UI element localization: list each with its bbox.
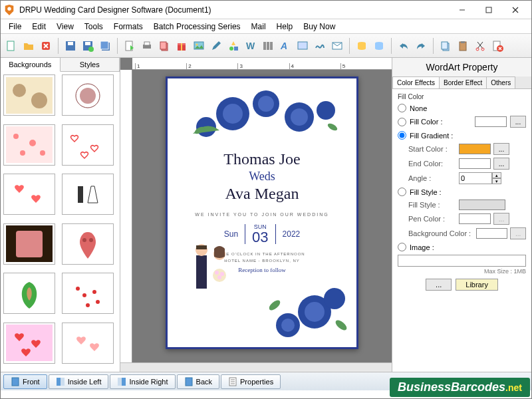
minimize-button[interactable] xyxy=(449,1,475,19)
save-icon[interactable] xyxy=(63,38,78,54)
svg-rect-59 xyxy=(65,176,111,213)
tab-properties[interactable]: Properties xyxy=(221,374,281,389)
angle-up[interactable]: ▴ xyxy=(492,172,501,178)
pen-icon[interactable] xyxy=(208,38,224,54)
bg-thumb[interactable] xyxy=(3,323,55,364)
day-num: 03 xyxy=(252,230,268,245)
svg-rect-10 xyxy=(85,42,90,45)
svg-point-69 xyxy=(82,293,86,297)
clipart-icon[interactable] xyxy=(295,38,311,54)
save-as-icon[interactable] xyxy=(80,38,96,54)
radio-image[interactable]: Image : xyxy=(398,243,526,251)
wedding-card[interactable]: Thomas Joe Weds Ava Megan WE INVITE YOU … xyxy=(166,76,358,349)
tab-styles[interactable]: Styles xyxy=(61,58,120,71)
tab-front[interactable]: Front xyxy=(3,374,47,389)
wordart-icon[interactable]: A xyxy=(277,38,293,54)
maximize-button[interactable] xyxy=(475,1,502,19)
tab-inside-left[interactable]: Inside Left xyxy=(49,374,109,389)
svg-point-91 xyxy=(220,272,224,276)
tab-inside-right[interactable]: Inside Right xyxy=(110,374,175,389)
background-thumbnails xyxy=(1,72,120,372)
end-color-swatch[interactable] xyxy=(459,158,491,169)
tab-border-effect[interactable]: Border Effect xyxy=(439,76,487,88)
close-button[interactable] xyxy=(502,1,529,19)
radio-fill-style[interactable]: Fill Style : xyxy=(398,188,526,196)
menu-edit[interactable]: Edit xyxy=(27,21,51,33)
weds-text[interactable]: Weds xyxy=(173,170,351,184)
svg-point-51 xyxy=(80,88,96,104)
db-icon[interactable] xyxy=(354,38,370,54)
menu-view[interactable]: View xyxy=(51,21,79,33)
angle-down[interactable]: ▾ xyxy=(492,178,501,184)
bg-thumb[interactable] xyxy=(62,74,114,116)
gift-icon[interactable] xyxy=(174,38,190,54)
copy-icon[interactable] xyxy=(156,38,172,54)
menu-buy[interactable]: Buy Now xyxy=(298,21,340,33)
library-button[interactable]: Library xyxy=(456,279,498,291)
save-all-icon[interactable] xyxy=(97,38,113,54)
signature-icon[interactable] xyxy=(312,38,328,54)
bg-thumb[interactable] xyxy=(62,124,114,166)
menu-formats[interactable]: Formats xyxy=(108,21,148,33)
cut-icon[interactable] xyxy=(472,38,488,54)
browse-button[interactable]: ... xyxy=(426,279,452,291)
angle-input[interactable]: ▴▾ xyxy=(459,172,501,184)
print-icon[interactable] xyxy=(139,38,155,54)
db2-icon[interactable] xyxy=(371,38,387,54)
open-icon[interactable] xyxy=(21,38,37,54)
couple-illustration[interactable] xyxy=(186,235,239,302)
groom-name[interactable]: Thomas Joe xyxy=(173,150,351,168)
delete-icon[interactable] xyxy=(38,38,54,54)
mail-icon[interactable] xyxy=(329,38,345,54)
horizontal-scrollbar[interactable] xyxy=(120,362,392,372)
fill-color-picker-button[interactable]: ... xyxy=(510,116,526,128)
bg-thumb[interactable] xyxy=(62,174,114,215)
bg-thumb[interactable] xyxy=(3,124,55,166)
menu-tools[interactable]: Tools xyxy=(79,21,108,33)
menu-batch[interactable]: Batch Processing Series xyxy=(148,21,246,33)
bg-thumb[interactable] xyxy=(3,174,55,215)
floral-bottom-decoration xyxy=(255,265,354,345)
menu-help[interactable]: Help xyxy=(271,21,299,33)
bg-thumb[interactable] xyxy=(62,223,114,265)
radio-fill-gradient[interactable]: Fill Gradient : xyxy=(398,131,526,140)
svg-rect-102 xyxy=(61,378,65,386)
new-icon[interactable] xyxy=(3,38,19,54)
redo-icon[interactable] xyxy=(413,38,429,54)
image-path-input[interactable] xyxy=(398,255,526,267)
remove-icon[interactable] xyxy=(489,38,505,54)
undo-icon[interactable] xyxy=(396,38,412,54)
copy2-icon[interactable] xyxy=(438,38,454,54)
shape-icon[interactable] xyxy=(225,38,241,54)
bg-thumb[interactable] xyxy=(3,74,55,116)
menu-mail[interactable]: Mail xyxy=(246,21,271,33)
bg-thumb[interactable] xyxy=(3,223,55,265)
bg-thumb[interactable] xyxy=(62,323,114,364)
invite-text[interactable]: WE INVITE YOU TO JOIN OUR WEDDING xyxy=(173,212,351,217)
menu-file[interactable]: File xyxy=(3,21,27,33)
bg-thumb[interactable] xyxy=(62,273,114,314)
canvas-scroll[interactable]: Thomas Joe Weds Ava Megan WE INVITE YOU … xyxy=(132,70,392,362)
radio-fill-color[interactable]: Fill Color : xyxy=(398,118,443,126)
svg-point-54 xyxy=(29,140,36,146)
barcode-icon[interactable] xyxy=(260,38,276,54)
fill-color-swatch[interactable] xyxy=(475,116,507,127)
bg-thumb[interactable] xyxy=(3,273,55,314)
svg-point-0 xyxy=(7,7,11,10)
paste-icon[interactable] xyxy=(455,38,471,54)
tab-backgrounds[interactable]: Backgrounds xyxy=(1,58,61,72)
tab-back[interactable]: Back xyxy=(177,374,219,389)
tab-others[interactable]: Others xyxy=(486,76,515,88)
radio-none[interactable]: None xyxy=(398,104,526,112)
start-color-picker-button[interactable]: ... xyxy=(493,143,509,155)
end-color-picker-button[interactable]: ... xyxy=(493,158,509,170)
export-icon[interactable] xyxy=(122,38,138,54)
start-color-swatch[interactable] xyxy=(459,144,491,154)
image-icon[interactable] xyxy=(191,38,207,54)
bride-name[interactable]: Ava Megan xyxy=(173,185,351,203)
svg-rect-73 xyxy=(6,325,53,361)
tab-color-effects[interactable]: Color Effects xyxy=(392,76,440,88)
svg-rect-101 xyxy=(57,378,61,386)
text-icon[interactable]: W xyxy=(243,38,259,54)
title-bar: DRPU Wedding Card Designer Software (Doc… xyxy=(1,1,531,19)
